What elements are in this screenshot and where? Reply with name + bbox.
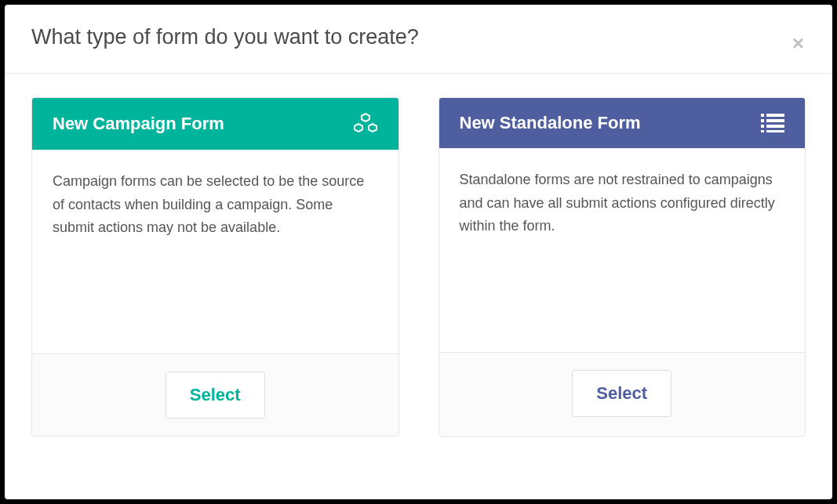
campaign-card-footer: Select [32, 354, 398, 436]
campaign-form-card: New Campaign Form Campaign forms can be … [31, 97, 399, 437]
campaign-card-title: New Campaign Form [53, 114, 224, 134]
svg-rect-4 [761, 125, 764, 128]
svg-rect-5 [766, 125, 784, 128]
svg-rect-1 [766, 114, 784, 117]
svg-rect-0 [761, 114, 764, 117]
standalone-description: Standalone forms are not restrained to c… [439, 148, 806, 352]
standalone-card-header: New Standalone Form [439, 98, 806, 148]
standalone-card-title: New Standalone Form [460, 113, 641, 133]
select-campaign-button[interactable]: Select [166, 372, 265, 419]
cubes-icon [353, 113, 378, 135]
svg-rect-7 [766, 130, 784, 132]
modal-header: What type of form do you want to create?… [5, 5, 832, 74]
modal-body: New Campaign Form Campaign forms can be … [5, 74, 832, 460]
modal-title: What type of form do you want to create? [31, 25, 806, 49]
svg-rect-3 [766, 119, 784, 122]
campaign-description: Campaign forms can be selected to be the… [32, 150, 398, 354]
close-icon[interactable]: × [792, 33, 804, 53]
select-standalone-button[interactable]: Select [572, 370, 671, 417]
campaign-card-header: New Campaign Form [32, 98, 398, 150]
standalone-form-card: New Standalone Form Standalone forms are… [439, 97, 806, 437]
form-type-modal: What type of form do you want to create?… [5, 5, 832, 499]
svg-rect-6 [761, 130, 764, 132]
svg-rect-2 [761, 119, 764, 122]
list-icon [761, 114, 784, 132]
standalone-card-footer: Select [439, 352, 806, 434]
